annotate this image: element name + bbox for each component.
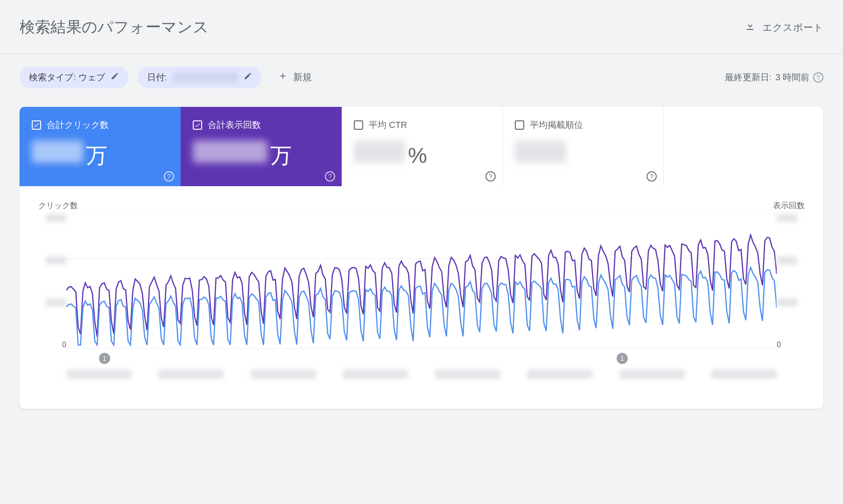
y-left-axis-label: クリック数: [38, 200, 78, 211]
metric-value-redacted: [515, 140, 566, 163]
metric-total-clicks[interactable]: 合計クリック数 万 ?: [20, 107, 181, 186]
x-axis: 1 1: [66, 353, 777, 385]
x-tick-redacted: [619, 370, 685, 379]
x-tick-redacted: [343, 370, 408, 379]
y-tick-redacted: [46, 214, 66, 222]
x-marker: 1: [99, 353, 110, 364]
checkbox-unchecked-icon: [515, 120, 524, 130]
filter-chips: 検索タイプ: ウェブ 日付: 新規: [20, 66, 319, 88]
filter-search-type[interactable]: 検索タイプ: ウェブ: [20, 67, 128, 88]
checkbox-checked-icon: [193, 120, 202, 130]
x-tick-redacted: [66, 370, 132, 379]
export-button[interactable]: エクスポート: [745, 21, 823, 34]
metric-avg-position[interactable]: 平均掲載順位 ?: [503, 107, 664, 186]
last-updated: 最終更新日: 3 時間前 ?: [725, 71, 823, 84]
y-right-ticks: 0: [777, 214, 805, 349]
pencil-icon: [244, 72, 252, 83]
filter-date[interactable]: 日付:: [138, 67, 261, 88]
checkbox-checked-icon: [32, 120, 41, 130]
pencil-icon: [111, 72, 119, 83]
y-tick-redacted: [777, 214, 797, 222]
metric-unit: 万: [270, 141, 292, 170]
metric-label: 合計表示回数: [208, 119, 261, 131]
x-tick-redacted: [527, 370, 592, 379]
filter-date-value-redacted: [173, 72, 238, 83]
filter-date-prefix: 日付:: [147, 71, 167, 84]
y-tick-redacted: [777, 256, 797, 265]
last-updated-prefix: 最終更新日:: [725, 71, 772, 84]
y-right-axis-label: 表示回数: [773, 200, 805, 211]
metric-label: 合計クリック数: [47, 119, 109, 131]
page-title: 検索結果のパフォーマンス: [20, 17, 209, 38]
download-icon: [745, 21, 756, 34]
x-marker: 1: [617, 353, 628, 364]
y-left-ticks: 0: [38, 214, 66, 349]
metric-avg-ctr[interactable]: 平均 CTR % ?: [342, 107, 503, 186]
metric-unit: 万: [86, 141, 107, 170]
help-icon[interactable]: ?: [646, 171, 657, 182]
plus-icon: [278, 71, 288, 83]
y-tick-zero: 0: [777, 341, 781, 349]
chart-plot[interactable]: [66, 214, 777, 349]
metric-label: 平均掲載順位: [530, 119, 583, 131]
add-filter-button[interactable]: 新規: [271, 66, 319, 88]
x-tick-redacted: [435, 370, 500, 379]
help-icon[interactable]: ?: [164, 171, 174, 182]
y-tick-redacted: [46, 298, 66, 307]
metric-label: 平均 CTR: [369, 119, 407, 131]
metric-cards: 合計クリック数 万 ? 合計表示回数 万: [20, 107, 823, 186]
y-tick-redacted: [46, 256, 66, 265]
metric-value-redacted: [32, 140, 83, 163]
help-icon[interactable]: ?: [813, 72, 823, 83]
x-tick-redacted: [711, 370, 777, 379]
x-tick-redacted: [251, 370, 316, 379]
metric-unit: %: [408, 143, 427, 168]
add-filter-label: 新規: [293, 71, 312, 84]
metric-total-impressions[interactable]: 合計表示回数 万 ?: [181, 107, 342, 186]
filter-search-type-label: 検索タイプ: ウェブ: [29, 71, 105, 84]
help-icon[interactable]: ?: [485, 171, 496, 182]
help-icon[interactable]: ?: [325, 171, 335, 182]
metric-value-redacted: [193, 140, 267, 163]
performance-card: 合計クリック数 万 ? 合計表示回数 万: [20, 107, 823, 409]
chart-area: クリック数 表示回数 0: [20, 186, 823, 409]
y-tick-redacted: [777, 298, 797, 307]
export-label: エクスポート: [762, 21, 823, 34]
checkbox-unchecked-icon: [354, 120, 363, 130]
last-updated-value: 3 時間前: [775, 71, 809, 84]
x-tick-redacted: [158, 370, 224, 379]
metric-value-redacted: [354, 140, 405, 163]
y-tick-zero: 0: [62, 341, 66, 349]
